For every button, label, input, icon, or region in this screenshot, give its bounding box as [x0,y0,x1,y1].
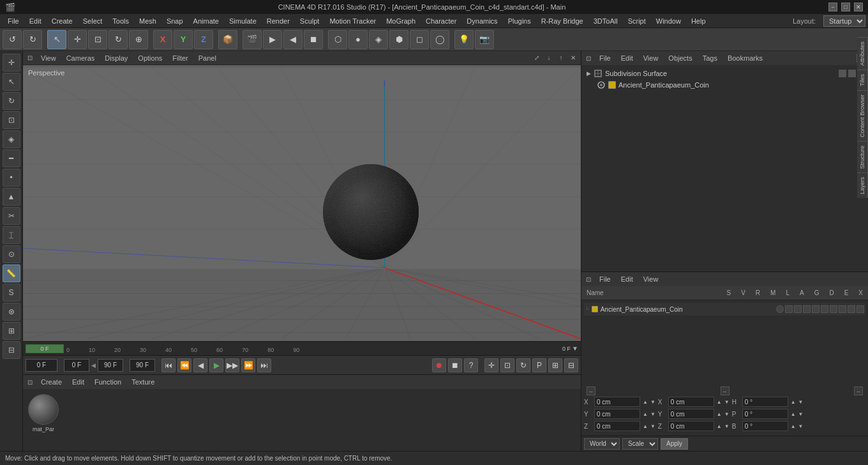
sidebar-weld[interactable]: ⊙ [3,245,20,263]
vp-menu-view[interactable]: View [37,54,60,63]
coord-arrow-x2d[interactable]: ▼ [724,399,730,405]
obj-vis2-icon-subdivide[interactable] [848,70,856,77]
coord-arrow-z2d[interactable]: ▼ [724,423,730,429]
side-tab-layers[interactable]: Layers [857,172,868,198]
mat-menu-edit[interactable]: Edit [68,377,88,386]
timeline-arrow[interactable]: ▼ [572,345,578,352]
coord-x-pos[interactable] [594,397,640,407]
play-rev-btn[interactable]: ◀ [283,30,303,49]
mat-menu-texture[interactable]: Texture [128,377,158,386]
sidebar-scale[interactable]: ⊡ [3,111,20,129]
side-tab-structure[interactable]: Structure [857,141,868,173]
menu-plugins[interactable]: Plugins [503,16,536,26]
sel-trans-btn[interactable]: ⊡ [500,358,514,372]
record-btn[interactable]: 🎬 [243,30,262,49]
menu-animate[interactable]: Animate [188,16,224,26]
layout-select[interactable]: Startup [823,15,865,27]
menu-3dtoall[interactable]: 3DToAll [588,16,623,26]
coord-arrow-pd[interactable]: ▼ [798,411,804,417]
vp-icon-down[interactable]: ↓ [544,53,554,63]
vp-menu-panel[interactable]: Panel [195,54,220,63]
menu-help[interactable]: Help [686,16,711,26]
grid-trans-btn[interactable]: ⊞ [548,358,562,372]
menu-tools[interactable]: Tools [107,16,134,26]
menu-snap[interactable]: Snap [161,16,188,26]
extra-trans-btn[interactable]: ⊟ [564,358,578,372]
obj-menu-view[interactable]: View [640,54,662,63]
stop-btn[interactable]: ⏹ [304,30,323,49]
obj-menu-tags[interactable]: Tags [699,54,721,63]
camera-btn[interactable]: 📷 [475,30,494,49]
pos-trans-btn[interactable]: P [532,358,546,372]
obj-menu-bookmarks[interactable]: Bookmarks [724,54,767,63]
mat-menu-function[interactable]: Function [91,377,125,386]
menu-character[interactable]: Character [421,16,461,26]
rot-trans-btn[interactable]: ↻ [516,358,530,372]
coord-b[interactable] [742,421,788,431]
coord-arrow-hd[interactable]: ▼ [798,399,804,405]
preview-end-field[interactable] [130,359,155,372]
next-frame-button[interactable]: ▶▶ [225,358,239,372]
coord-icon3[interactable]: -- [854,386,863,395]
attr-icon-r[interactable] [794,305,802,313]
close-button[interactable]: ✕ [854,3,863,11]
coord-p[interactable] [742,409,788,419]
coord-world-dropdown[interactable]: World [584,438,620,450]
coord-arrow-x2[interactable]: ▲ [717,399,722,405]
sidebar-measure[interactable]: 📏 [3,264,20,282]
coord-y-size[interactable] [668,409,714,419]
menu-window[interactable]: Window [651,16,686,26]
mat-menu-create[interactable]: Create [37,377,66,386]
undo-button[interactable]: ↺ [3,30,22,49]
coord-arrow-x1[interactable]: ▲ [643,399,648,405]
coord-arrow-y1[interactable]: ▲ [643,411,648,417]
sidebar-layers1[interactable]: ⊞ [3,322,20,340]
cube-btn[interactable]: 📦 [218,30,237,49]
sphere-btn[interactable]: ● [348,30,368,49]
menu-file[interactable]: File [3,16,24,26]
obj-item-coin[interactable]: Ancient_Panticapaeum_Coin [584,79,865,91]
disc-btn[interactable]: ◯ [430,30,449,49]
coord-x-size[interactable] [668,397,714,407]
sidebar-bridge[interactable]: ⌶ [3,226,20,244]
viewport-canvas[interactable]: Perspective Y X Z Grid Spacing : 1 cm [23,65,581,341]
menu-edit[interactable]: Edit [24,16,47,26]
help-transport-btn[interactable]: ? [464,358,478,372]
sidebar-point[interactable]: • [3,169,20,187]
coord-y-pos[interactable] [594,409,640,419]
attr-menu-file[interactable]: File [595,275,615,284]
menu-motion-tracker[interactable]: Motion Tracker [324,16,381,26]
z-axis-btn[interactable]: Z [194,30,213,49]
vp-menu-filter[interactable]: Filter [168,54,191,63]
select-tool-button[interactable]: ↖ [47,30,66,49]
y-axis-btn[interactable]: Y [174,30,193,49]
sidebar-brush[interactable]: ⊛ [3,303,20,321]
coin-object[interactable] [323,164,419,260]
attr-icon-g[interactable] [830,305,837,313]
coord-apply-button[interactable]: Apply [661,438,688,450]
coord-z-size[interactable] [668,421,714,431]
menu-sculpt[interactable]: Sculpt [295,16,325,26]
menu-select[interactable]: Select [78,16,108,26]
sidebar-move[interactable]: ✛ [3,54,20,72]
cone-btn[interactable]: ⬢ [389,30,408,49]
attr-icon-v[interactable] [785,305,793,313]
side-tab-attributes[interactable]: Attributes [857,37,868,70]
record-stop-btn[interactable]: ⏹ [448,358,462,372]
attr-icon-d[interactable] [839,305,846,313]
attr-menu-view[interactable]: View [640,275,662,284]
x-axis-btn[interactable]: X [153,30,172,49]
coord-z-pos[interactable] [594,421,640,431]
sidebar-select[interactable]: ↖ [3,73,20,91]
transform-tool-button[interactable]: ⊕ [129,30,148,49]
coord-arrow-h[interactable]: ▲ [791,399,796,405]
coord-arrow-y1d[interactable]: ▼ [650,411,655,417]
attr-icon-l[interactable] [812,305,819,313]
side-tab-content[interactable]: Content Browser [857,90,868,141]
coord-arrow-z1[interactable]: ▲ [643,423,648,429]
move-trans-btn[interactable]: ✛ [484,358,498,372]
prev-frame-button[interactable]: ◀ [193,358,207,372]
menu-simulate[interactable]: Simulate [224,16,262,26]
attr-row-coin[interactable]: └ Ancient_Panticapaeum_Coin [584,303,865,316]
menu-create[interactable]: Create [47,16,78,26]
